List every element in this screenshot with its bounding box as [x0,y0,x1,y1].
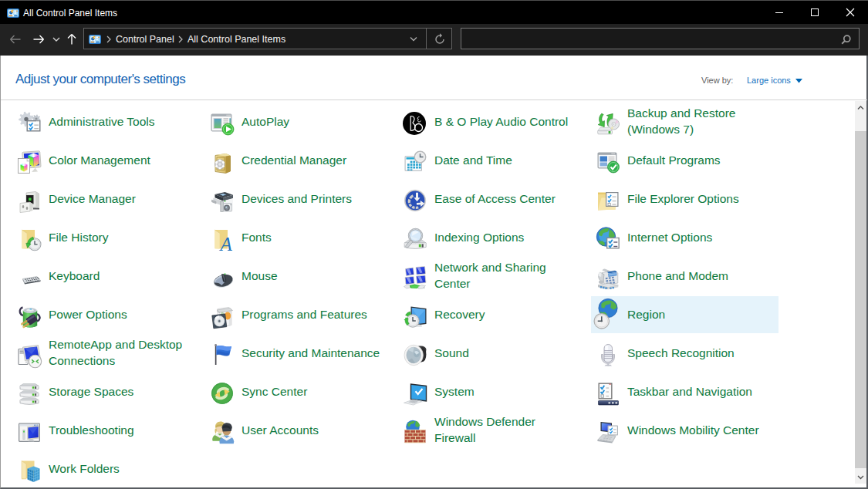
svg-text:A: A [219,234,233,255]
